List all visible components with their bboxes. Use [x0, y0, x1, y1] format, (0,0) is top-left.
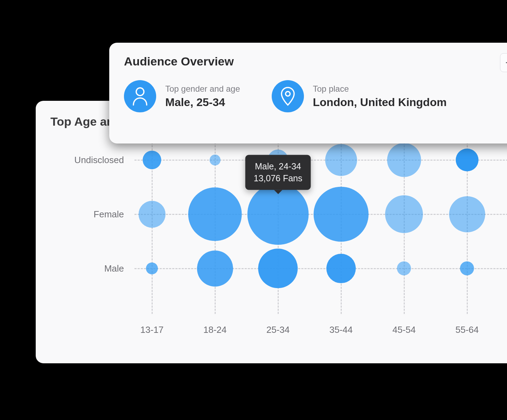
add-button[interactable] — [500, 53, 507, 72]
bubble[interactable] — [139, 201, 166, 228]
stat-text: Top gender and age Male, 25-34 — [165, 84, 240, 109]
bubble[interactable] — [385, 195, 423, 233]
x-axis-label: 18-24 — [203, 324, 227, 335]
grid-line-horizontal — [134, 160, 507, 161]
y-axis-label: Male — [54, 263, 124, 274]
tooltip-title: Male, 24-34 — [254, 161, 303, 173]
stat-label: Top place — [313, 84, 447, 94]
stat-text: Top place London, United Kingdom — [313, 84, 447, 109]
x-axis-label: 35-44 — [329, 324, 353, 335]
bubble-chart: UndisclosedFemaleMale Male, 24-3413,076 … — [50, 139, 507, 342]
overview-card: Audience Overview Top gender and age Mal… — [109, 43, 507, 144]
y-axis-labels: UndisclosedFemaleMale — [50, 139, 127, 342]
bubble[interactable] — [449, 196, 485, 232]
x-axis-labels: 13-1718-2425-3435-4445-5455-64 — [134, 321, 507, 342]
grid-line-horizontal — [134, 268, 507, 269]
x-axis-label: 13-17 — [140, 324, 164, 335]
y-axis-label: Undisclosed — [54, 155, 124, 166]
plot-area: Male, 24-3413,076 Fans — [134, 139, 507, 314]
tooltip-subtitle: 13,076 Fans — [254, 172, 303, 184]
y-axis-label: Female — [54, 209, 124, 220]
bubble[interactable] — [210, 155, 221, 166]
x-axis-label: 45-54 — [393, 324, 416, 335]
bubble[interactable] — [397, 261, 411, 275]
stats-row: Top gender and age Male, 25-34 Top place… — [124, 80, 507, 112]
bubble[interactable] — [314, 187, 369, 242]
bubble[interactable] — [456, 149, 479, 172]
bubble[interactable] — [188, 187, 242, 241]
person-icon — [124, 80, 156, 112]
stat-value: London, United Kingdom — [313, 96, 447, 109]
overview-title: Audience Overview — [124, 55, 507, 68]
bubble[interactable] — [258, 248, 298, 288]
stat-top-gender-age: Top gender and age Male, 25-34 — [124, 80, 240, 112]
bubble[interactable] — [197, 251, 233, 287]
stat-top-place: Top place London, United Kingdom — [272, 80, 447, 112]
x-axis-label: 25-34 — [266, 324, 290, 335]
svg-point-1 — [285, 92, 290, 96]
plus-icon — [506, 59, 507, 66]
bubble[interactable] — [146, 262, 158, 274]
bubble[interactable] — [143, 151, 161, 169]
pin-icon — [272, 80, 304, 112]
bubble[interactable] — [387, 143, 421, 177]
svg-point-0 — [136, 88, 144, 96]
tooltip: Male, 24-3413,076 Fans — [245, 155, 311, 190]
x-axis-label: 55-64 — [456, 324, 479, 335]
stat-value: Male, 25-34 — [165, 96, 240, 109]
bubble[interactable] — [325, 144, 357, 176]
bubble[interactable] — [326, 254, 356, 283]
bubble[interactable] — [460, 261, 474, 275]
stat-label: Top gender and age — [165, 84, 240, 94]
